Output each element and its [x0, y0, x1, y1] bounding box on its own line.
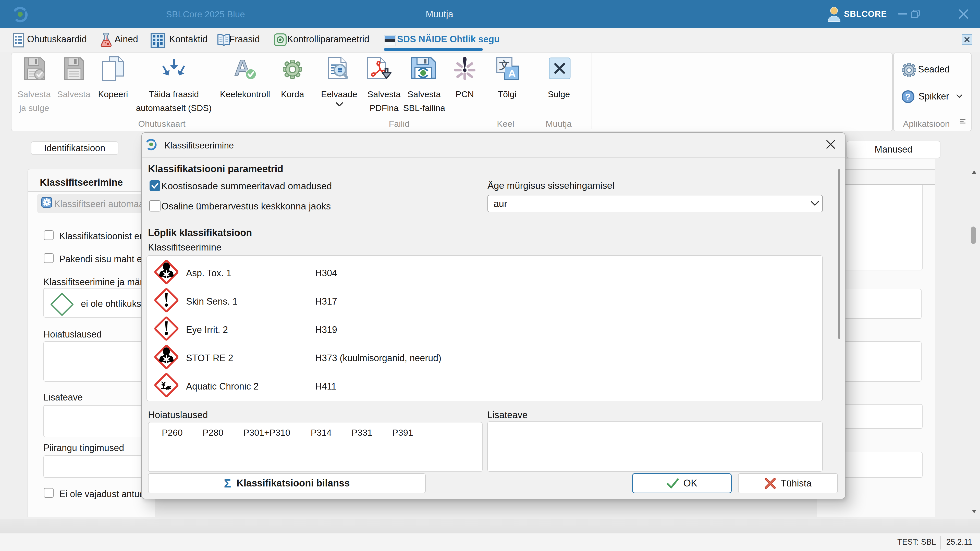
svg-text:A: A [508, 68, 516, 79]
svg-text:?: ? [905, 92, 911, 102]
